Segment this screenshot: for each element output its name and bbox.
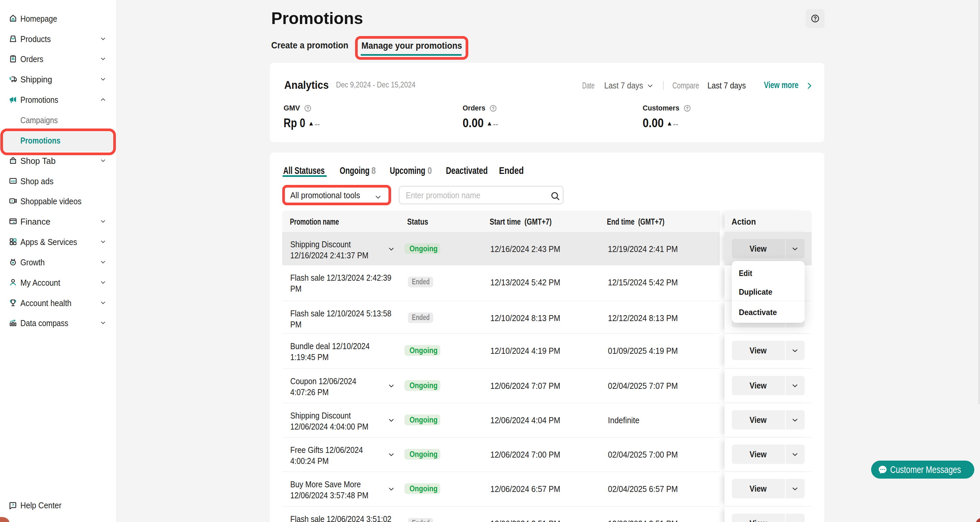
svg-text:?: ? bbox=[12, 503, 14, 507]
svg-text:AD: AD bbox=[11, 179, 15, 183]
